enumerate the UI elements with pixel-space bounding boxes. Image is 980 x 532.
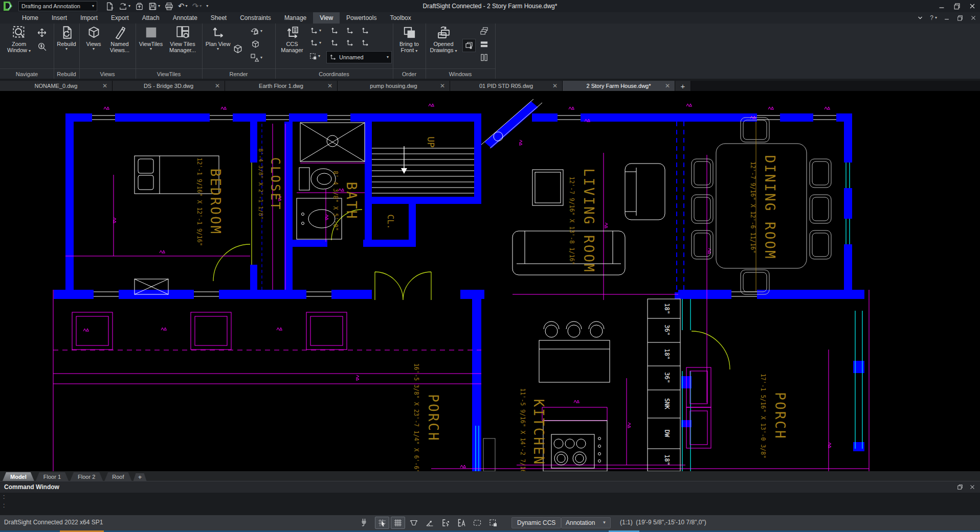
ccs-rotate-z-button[interactable]: [361, 39, 369, 47]
close-icon[interactable]: ✕: [102, 83, 107, 89]
viewtiles-button[interactable]: ViewTiles ▾: [138, 26, 164, 51]
new-document-tab-button[interactable]: +: [675, 81, 691, 91]
group-windows: Opened Drawings ▾ Windows: [426, 24, 496, 79]
view-tiles-manager-button[interactable]: View Tiles Manager...: [165, 26, 200, 53]
print-button[interactable]: [163, 1, 175, 12]
ccs-previous-button[interactable]: [330, 27, 339, 35]
ortho-toggle[interactable]: [407, 517, 421, 529]
sheet-tab-floor2[interactable]: Floor 2: [70, 472, 103, 481]
close-icon[interactable]: ✕: [440, 83, 445, 89]
snap-toggle[interactable]: [375, 517, 389, 529]
sheet-tab-roof[interactable]: Roof: [104, 472, 131, 481]
ccs-3point-button[interactable]: ▾: [310, 39, 321, 47]
close-icon[interactable]: ✕: [327, 83, 332, 89]
sheet-tab-model[interactable]: Model: [3, 472, 34, 481]
annotation-scale-dropdown[interactable]: Annotation▼: [561, 517, 611, 528]
render-cube-button[interactable]: [233, 44, 243, 54]
dining-set: [692, 118, 831, 294]
opened-drawings-button[interactable]: Opened Drawings ▾: [427, 26, 460, 53]
tab-import[interactable]: Import: [74, 12, 104, 24]
doc-close-button[interactable]: [970, 14, 977, 21]
tab-export[interactable]: Export: [104, 12, 136, 24]
views-button[interactable]: Views ▾: [82, 26, 105, 51]
etrack-toggle[interactable]: [454, 517, 469, 529]
doc-tab[interactable]: NONAME_0.dwg✕: [0, 81, 113, 91]
ccs-origin-button[interactable]: [346, 27, 354, 35]
new-file-button[interactable]: [103, 1, 116, 12]
named-views-button[interactable]: Named Views...: [106, 26, 133, 53]
ccs-view-button[interactable]: ▾: [309, 52, 320, 60]
ccs-entity-button[interactable]: [361, 27, 369, 35]
collapse-ribbon-button[interactable]: [917, 14, 924, 21]
drawing-canvas[interactable]: BEDROOM 12'-1 9/16" X 12'-1 9/16" CLOSET…: [0, 91, 980, 471]
close-icon[interactable]: ✕: [552, 83, 558, 89]
tab-annotate[interactable]: Annotate: [166, 12, 204, 24]
restore-document-button[interactable]: [462, 39, 476, 52]
close-icon[interactable]: ✕: [215, 83, 220, 89]
tab-view[interactable]: View: [313, 12, 340, 24]
dynamic-ccs-button[interactable]: Dynamic CCS: [511, 517, 561, 528]
tab-sheet[interactable]: Sheet: [204, 12, 233, 24]
rebuild-button[interactable]: Rebuild ▾: [55, 26, 78, 51]
tab-insert[interactable]: Insert: [45, 12, 74, 24]
pan-button[interactable]: [37, 28, 47, 38]
tab-attach[interactable]: Attach: [136, 12, 166, 24]
ccs-manager-button[interactable]: CCS Manager: [277, 26, 307, 53]
esnap-toggle[interactable]: [438, 517, 453, 529]
undo-button[interactable]: ↶▾: [176, 1, 190, 12]
save-button[interactable]: ▾: [146, 1, 162, 12]
sheet-tab-floor1[interactable]: Floor 1: [36, 472, 69, 481]
doc-tab[interactable]: Earth Floor 1.dwg✕: [225, 81, 338, 91]
close-icon[interactable]: ✕: [665, 83, 670, 89]
doc-tab[interactable]: 01 PID STD R05.dwg✕: [450, 81, 563, 91]
tab-manage[interactable]: Manage: [278, 12, 313, 24]
tile-horizontally-button[interactable]: [480, 40, 488, 49]
tab-constraints[interactable]: Constraints: [233, 12, 278, 24]
bring-to-front-button[interactable]: Bring to Front ▾: [394, 26, 424, 53]
tab-toolbox[interactable]: Toolbox: [383, 12, 417, 24]
sheet-tab-bar: Model Floor 1 Floor 2 Roof +: [0, 471, 980, 481]
doc-restore-button[interactable]: [956, 14, 964, 21]
room-kitchen: KITCHEN: [531, 399, 546, 466]
title-bar: Drafting and Annotation ▾ ▾ ▾ ↶▾ ↷▾ ▾ Dr…: [0, 0, 980, 12]
ccs-zaxis-button[interactable]: [330, 39, 339, 47]
plan-view-button[interactable]: Plan View ▾: [205, 26, 231, 51]
command-history-line: :: [0, 493, 980, 501]
doc-tab-active[interactable]: 2 Story Farm House.dwg*✕: [563, 81, 675, 91]
float-panel-icon[interactable]: [956, 483, 964, 491]
close-panel-icon[interactable]: [969, 483, 976, 491]
restore-button[interactable]: [949, 0, 965, 12]
tile-vertically-button[interactable]: [480, 53, 488, 62]
add-sheet-button[interactable]: +: [133, 473, 147, 481]
draw-shapes-button[interactable]: ▾: [250, 53, 262, 62]
workspace-selector[interactable]: Drafting and Annotation ▾: [18, 1, 97, 11]
zoom-window-button[interactable]: Zoom Window ▾: [4, 26, 34, 53]
render-box-button[interactable]: [251, 40, 260, 49]
zoom-realtime-button[interactable]: [37, 42, 47, 52]
cascade-windows-button[interactable]: [480, 27, 488, 35]
minimize-button[interactable]: [934, 0, 949, 12]
command-window[interactable]: Command Window : :: [0, 481, 980, 515]
polar-toggle[interactable]: [422, 517, 437, 529]
svg-text:SNK: SNK: [663, 398, 671, 409]
entity-frame-toggle[interactable]: [470, 517, 484, 529]
export-file-button[interactable]: [133, 1, 146, 12]
doc-minimize-button[interactable]: [943, 14, 950, 21]
ccs-icon-toggle[interactable]: [486, 517, 500, 529]
doc-tab[interactable]: pump housing.dwg✕: [338, 81, 450, 91]
grid-toggle[interactable]: [391, 517, 405, 529]
doc-tab[interactable]: DS - Bridge 3D.dwg✕: [113, 81, 225, 91]
constrained-orbit-button[interactable]: ▾: [250, 27, 262, 36]
command-input-line[interactable]: :: [0, 501, 980, 510]
close-button[interactable]: [965, 0, 980, 12]
ccs-rotate-x-button[interactable]: [346, 39, 354, 47]
redo-button[interactable]: ↷▾: [190, 1, 204, 12]
ccs-named-dropdown[interactable]: Unnamed ▾: [326, 51, 392, 63]
customize-toolbar-button[interactable]: ▾: [204, 1, 210, 12]
tab-home[interactable]: Home: [15, 12, 45, 24]
svg-text:12'-7 9/16" X 13'-8 1/16": 12'-7 9/16" X 13'-8 1/16": [568, 176, 575, 265]
help-button[interactable]: ?▾: [930, 14, 937, 21]
ccs-world-button[interactable]: ▾: [310, 27, 321, 35]
tab-powertools[interactable]: Powertools: [340, 12, 383, 24]
open-file-button[interactable]: ▾: [117, 1, 132, 12]
